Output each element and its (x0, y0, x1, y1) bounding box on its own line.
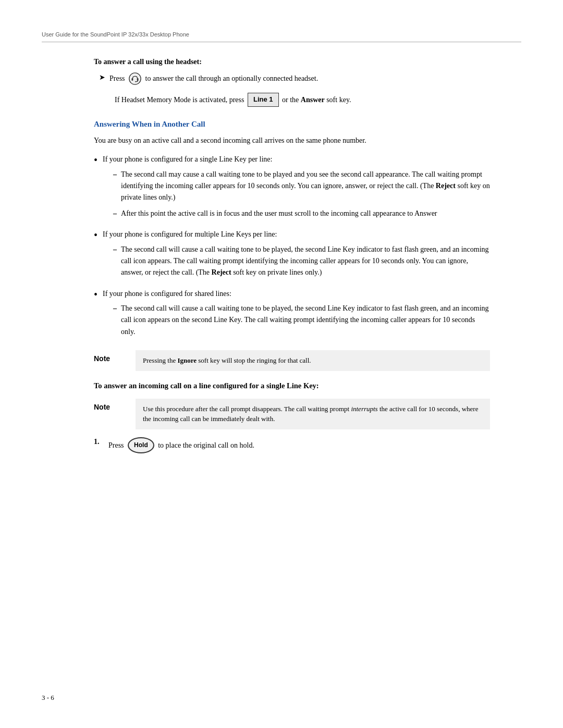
bullet-content-1: If your phone is configured for a single… (103, 154, 490, 224)
page-footer: 3 - 6 (42, 694, 54, 702)
line-key-badge: Line 1 (248, 93, 279, 107)
dash-list-1: – The second call may cause a call waiti… (113, 169, 490, 220)
answering-when-intro: You are busy on an active call and a sec… (94, 135, 490, 146)
dash-item-3-1: – The second call will cause a call wait… (113, 303, 490, 338)
answer-incoming-section: To answer an incoming call on a line con… (94, 381, 490, 454)
dash-list-3: – The second call will cause a call wait… (113, 303, 490, 338)
note-box-1: Pressing the Ignore soft key will stop t… (136, 350, 490, 371)
answer-headset-section: To answer a call using the headset: ➤ Pr… (94, 58, 490, 107)
dash-item-1-2: – After this point the active call is in… (113, 208, 490, 219)
bullet-list: • If your phone is configured for a sing… (94, 154, 490, 342)
header-text: User Guide for the SoundPoint IP 32x/33x… (42, 31, 189, 38)
answer-incoming-heading: To answer an incoming call on a line con… (94, 381, 490, 390)
bullet-item-3: • If your phone is configured for shared… (94, 288, 490, 342)
note-row-1: Note Pressing the Ignore soft key will s… (94, 350, 490, 371)
svg-point-0 (129, 73, 141, 84)
page: User Guide for the SoundPoint IP 32x/33x… (0, 0, 563, 728)
dash-content-2-1: The second call will cause a call waitin… (121, 244, 490, 279)
dash-symbol: – (113, 169, 117, 180)
bullet-item-1: • If your phone is configured for a sing… (94, 154, 490, 224)
headset-arrow-item: ➤ Press to answer the call through an op… (99, 72, 490, 86)
svg-rect-1 (132, 78, 133, 81)
answer-headset-heading: To answer a call using the headset: (94, 58, 490, 66)
dash-item-1-1: – The second call may cause a call waiti… (113, 169, 490, 204)
hold-button: Hold (128, 437, 154, 453)
bullet-dot-2: • (94, 229, 97, 241)
answering-when-section: Answering When in Another Call You are b… (94, 120, 490, 371)
answer-bold: Answer (301, 96, 325, 104)
note-label-2: Note (94, 399, 136, 411)
dash-symbol-4: – (113, 303, 117, 314)
headset-icon (128, 72, 142, 85)
main-content: To answer a call using the headset: ➤ Pr… (42, 58, 521, 454)
bullet-text-3: If your phone is configured for shared l… (103, 290, 231, 298)
dash-item-2-1: – The second call will cause a call wait… (113, 244, 490, 279)
dash-content-1-1: The second call may cause a call waiting… (121, 169, 490, 204)
bullet-dot-1: • (94, 154, 97, 166)
note-label-1: Note (94, 350, 136, 363)
bullet-content-2: If your phone is configured for multiple… (103, 229, 490, 283)
dash-symbol-3: – (113, 244, 117, 255)
headset-instruction: Press to answer the call through an opti… (109, 72, 318, 86)
dash-list-2: – The second call will cause a call wait… (113, 244, 490, 279)
arrow-symbol: ➤ (99, 73, 105, 81)
step-number-1: 1. (94, 438, 108, 446)
page-number: 3 - 6 (42, 694, 54, 701)
note-box-2: Use this procedure after the call prompt… (136, 399, 490, 429)
svg-point-3 (135, 81, 136, 82)
dash-content-1-2: After this point the active call is in f… (121, 208, 490, 219)
dash-symbol-2: – (113, 208, 117, 219)
dash-content-3-1: The second call will cause a call waitin… (121, 303, 490, 338)
answering-when-heading: Answering When in Another Call (94, 120, 490, 129)
bullet-item-2: • If your phone is configured for multip… (94, 229, 490, 283)
page-header: User Guide for the SoundPoint IP 32x/33x… (42, 31, 521, 42)
note-row-2: Note Use this procedure after the call p… (94, 399, 490, 429)
bullet-text-2: If your phone is configured for multiple… (103, 230, 277, 238)
bullet-content-3: If your phone is configured for shared l… (103, 288, 490, 342)
step-content-1: Press Hold to place the original call on… (108, 438, 490, 454)
bullet-dot-3: • (94, 288, 97, 301)
step-1: 1. Press Hold to place the original call… (94, 438, 490, 454)
headset-memory-line: If Headset Memory Mode is activated, pre… (115, 93, 490, 107)
bullet-text-1: If your phone is configured for a single… (103, 155, 272, 163)
